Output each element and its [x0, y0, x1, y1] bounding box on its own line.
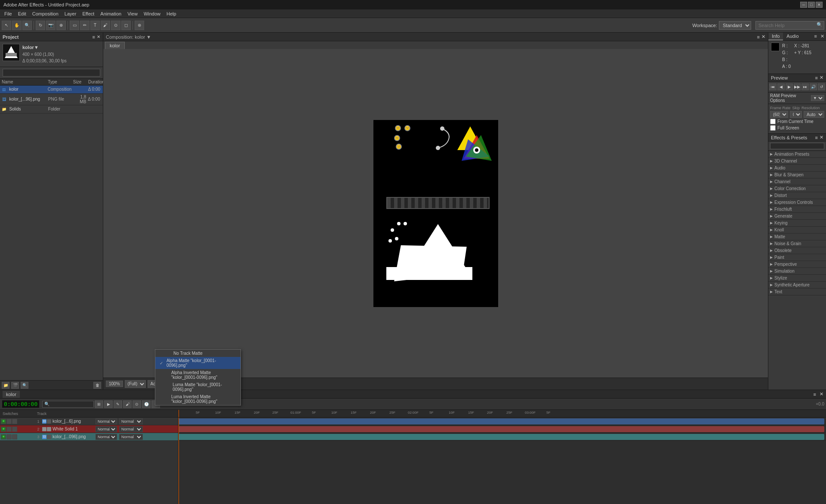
toolbar-hand[interactable]: ✋ [12, 21, 22, 30]
preview-loop-btn[interactable]: ↺ [818, 83, 825, 90]
effect-group-text-header[interactable]: ▶ Text [768, 289, 826, 295]
timeline-menu[interactable]: ≡ [814, 392, 816, 397]
layer-mode-select-2[interactable]: Normal [96, 426, 117, 432]
preview-last-btn[interactable]: ⏭ [801, 83, 809, 90]
effect-group-frischluft-header[interactable]: ▶ Frischluft [768, 206, 826, 212]
layer-mode-2[interactable]: Normal [95, 426, 118, 432]
tl-btn-render[interactable]: ▶ [104, 400, 113, 408]
preview-first-btn[interactable]: ⏮ [769, 83, 777, 90]
dropdown-alpha-matte[interactable]: Alpha Matte "kolor_[0001-0096].png" [155, 357, 240, 369]
zoom-display[interactable]: 100% [106, 381, 123, 387]
minimize-button[interactable]: ─ [800, 2, 807, 8]
tab-audio[interactable]: Audio [783, 33, 802, 40]
comp-header-close[interactable]: ✕ [761, 34, 765, 40]
layer-lock-3[interactable] [12, 434, 17, 439]
layer-eye-1[interactable]: 👁 [1, 419, 6, 424]
preview-back-btn[interactable]: ◀ [777, 83, 785, 90]
effect-group-stylize-header[interactable]: ▶ Stylize [768, 275, 826, 281]
layer-row-3[interactable]: 👁 3 🖼 kolor_[...096].png Normal [0, 433, 178, 441]
resolution-select[interactable]: Auto [804, 111, 824, 118]
tl-btn-draft[interactable]: ✎ [114, 400, 122, 408]
effect-group-distort-header[interactable]: ▶ Distort [768, 192, 826, 199]
toolbar-puppet[interactable]: ⊛ [135, 21, 144, 30]
preview-close[interactable]: ✕ [820, 75, 823, 80]
layer-mode-select-3[interactable]: Normal [96, 434, 117, 440]
menu-effect[interactable]: Effect [80, 10, 97, 17]
playhead[interactable] [179, 410, 179, 417]
layer-eye-3[interactable]: 👁 [1, 434, 6, 439]
file-row-kolor[interactable]: ▤ kolor Composition Δ 0:00 [0, 86, 103, 94]
new-comp-btn[interactable]: 🎬 [11, 382, 19, 389]
effect-group-3d-header[interactable]: ▶ 3D Channel [768, 158, 826, 164]
toolbar-zoom[interactable]: 🔍 [22, 21, 32, 30]
toolbar-clone[interactable]: ⊙ [111, 21, 120, 30]
layer-solo-3[interactable] [6, 434, 12, 439]
effect-group-paint-header[interactable]: ▶ Paint [768, 254, 826, 261]
layer-track-1[interactable]: Normal [118, 418, 142, 424]
effect-group-channel-header[interactable]: ▶ Channel [768, 178, 826, 185]
toolbar-rect[interactable]: ▭ [70, 21, 79, 30]
layer-mode-select-1[interactable]: Normal [96, 418, 117, 424]
menu-help[interactable]: Help [164, 10, 179, 17]
ram-preview-select[interactable]: ▼ [811, 95, 824, 101]
close-button[interactable]: ✕ [816, 2, 823, 8]
effects-search-input[interactable] [770, 143, 824, 149]
quality-select[interactable]: (Full) [125, 380, 146, 388]
maximize-button[interactable]: □ [808, 2, 815, 8]
effect-group-matte-header[interactable]: ▶ Matte [768, 234, 826, 240]
time-display[interactable]: 0:00:00:00 [2, 400, 40, 408]
preview-play-btn[interactable]: ▶ [786, 83, 793, 90]
effect-group-obsolete-header[interactable]: ▶ Obsolete [768, 247, 826, 254]
layer-track-select-2[interactable]: Normal ▼ [119, 426, 143, 432]
effect-group-animation-header[interactable]: ▶ Animation Presets [768, 151, 826, 157]
menu-edit[interactable]: Edit [15, 10, 29, 17]
preview-forward-btn[interactable]: ▶▶ [794, 83, 801, 90]
menu-animation[interactable]: Animation [98, 10, 124, 17]
preview-menu[interactable]: ≡ [815, 75, 818, 80]
delete-btn[interactable]: 🗑 [93, 382, 101, 389]
file-row-png[interactable]: 🖼 kolor_[...96].png PNG file 1,8 MB Δ 0:… [0, 94, 103, 105]
effect-group-blur-header[interactable]: ▶ Blur & Sharpen [768, 172, 826, 178]
frame-rate-select[interactable]: (60) [770, 111, 788, 118]
timeline-tab-kolor[interactable]: kolor [3, 391, 20, 398]
effect-group-perspective-header[interactable]: ▶ Perspective [768, 261, 826, 267]
layer-track-3[interactable]: Normal [118, 434, 142, 440]
file-row-solids[interactable]: 📁 Solids Folder [0, 105, 103, 114]
composition-viewer[interactable]: 😊 😊 😊 😊 [103, 49, 768, 378]
toolbar-text[interactable]: T [90, 21, 100, 30]
info-panel-close[interactable]: ✕ [819, 33, 826, 40]
layer-solo-1[interactable] [6, 419, 12, 424]
menu-window[interactable]: Window [141, 10, 163, 17]
effects-close[interactable]: ✕ [820, 135, 823, 140]
toolbar-eraser[interactable]: ◻ [121, 21, 131, 30]
layer-track-2[interactable]: Normal ▼ [118, 426, 142, 432]
timeline-ruler[interactable]: 5F 10F 15F 20F 25F 01:00F 5F 10F 15F 20F… [179, 410, 826, 418]
layer-mode-1[interactable]: Normal [95, 418, 118, 424]
effect-group-expression-header[interactable]: ▶ Expression Controls [768, 199, 826, 206]
preview-audio-btn[interactable]: 🔊 [810, 83, 817, 90]
toolbar-arrow[interactable]: ↖ [2, 21, 11, 30]
tl-btn-clock[interactable]: 🕐 [142, 400, 151, 408]
tl-btn-bone[interactable]: ⊙ [133, 400, 141, 408]
layer-track-select-1[interactable]: Normal [119, 418, 143, 424]
layer-row-1[interactable]: 👁 1 🖼 kolor_[...6].png Normal [0, 418, 178, 425]
toolbar-camera[interactable]: 📷 [46, 21, 55, 30]
toolbar-pen[interactable]: ✏ [80, 21, 89, 30]
find-btn[interactable]: 🔍 [21, 382, 28, 389]
search-help-input[interactable] [755, 21, 824, 30]
effects-menu[interactable]: ≡ [815, 135, 818, 140]
matte-dropdown[interactable]: No Track Matte Alpha Matte "kolor_[0001-… [155, 349, 241, 406]
menu-view[interactable]: View [125, 10, 140, 17]
tl-btn-paint[interactable]: 🖌 [123, 400, 132, 408]
tl-btn-compose[interactable]: ⊞ [95, 400, 103, 408]
menu-layer[interactable]: Layer [62, 10, 79, 17]
layer-track-select-3[interactable]: Normal [119, 434, 143, 440]
timeline-close[interactable]: ✕ [820, 391, 823, 397]
skip-select[interactable]: 0 [790, 111, 802, 118]
comp-tab-kolor[interactable]: kolor [105, 42, 125, 49]
timeline-search-input[interactable] [42, 401, 94, 408]
project-search-input[interactable] [3, 69, 100, 77]
project-panel-close[interactable]: ✕ [97, 34, 100, 39]
dropdown-luma-matte[interactable]: Luma Matte "kolor_[0001-0096].png" [155, 381, 240, 393]
project-panel-menu[interactable]: ≡ [92, 34, 95, 40]
